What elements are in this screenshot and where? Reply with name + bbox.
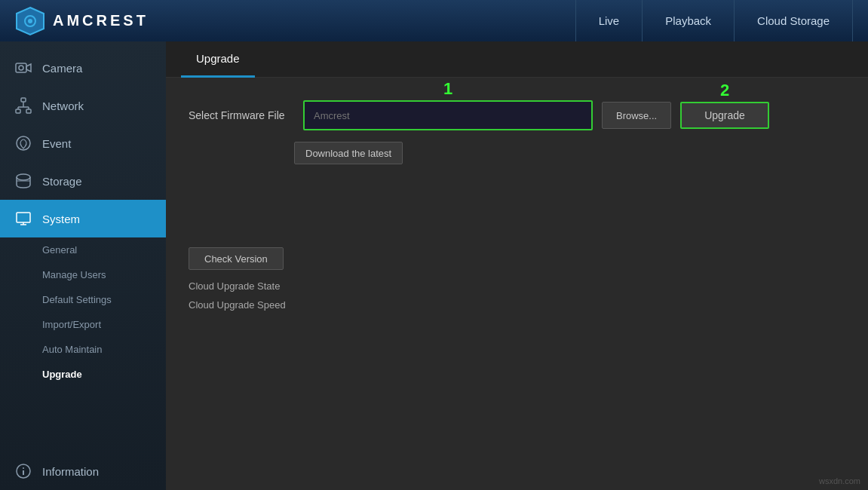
cloud-upgrade-speed-label: Cloud Upgrade Speed [189,299,286,311]
svg-point-14 [17,174,30,180]
sidebar-label-network: Network [42,100,84,112]
nav-playback[interactable]: Playback [643,0,735,41]
main-area: Camera Network [0,41,868,490]
sub-items: General Manage Users Default Settings Im… [0,237,166,387]
badge-1: 1 [443,79,452,99]
upgrade-btn-wrapper: 2 Upgrade [680,102,769,129]
sidebar-item-system[interactable]: System [0,200,166,237]
watermark: wsxdn.com [819,476,860,485]
firmware-label: Select Firmware File [189,109,294,121]
event-icon [15,135,32,152]
check-section: Check Version Cloud Upgrade State Cloud … [189,247,845,311]
svg-point-21 [23,467,24,469]
sidebar-item-network[interactable]: Network [0,87,166,124]
sidebar-item-camera[interactable]: Camera [0,49,166,87]
firmware-input-wrapper [303,100,593,130]
svg-point-5 [19,66,23,70]
sub-item-default-settings[interactable]: Default Settings [0,287,166,312]
sidebar: Camera Network [0,41,166,490]
sidebar-label-information: Information [42,465,99,478]
sidebar-label-event: Event [42,137,71,150]
sidebar-label-system: System [42,213,80,225]
cloud-upgrade-state-row: Cloud Upgrade State [189,280,845,292]
svg-marker-4 [26,64,31,72]
check-version-row: Check Version [189,247,845,280]
svg-rect-3 [16,63,26,72]
download-latest-button[interactable]: Download the latest [294,142,403,164]
sidebar-label-storage: Storage [42,175,82,188]
nav-links: Live Playback Cloud Storage [575,0,853,41]
sub-item-manage-users[interactable]: Manage Users [0,262,166,287]
svg-rect-7 [16,109,20,113]
sub-item-general[interactable]: General [0,237,166,262]
sidebar-label-camera: Camera [42,62,82,75]
system-icon [15,210,32,227]
svg-rect-6 [21,98,26,102]
nav-live[interactable]: Live [575,0,643,41]
firmware-input-container: 1 [303,100,593,130]
firmware-row: Select Firmware File 1 Browse... 2 Upgra… [189,100,845,130]
tab-upgrade[interactable]: Upgrade [181,41,255,78]
sidebar-item-information[interactable]: Information [0,452,166,490]
svg-rect-16 [17,213,30,222]
sub-item-auto-maintain[interactable]: Auto Maintain [0,337,166,362]
information-icon [15,463,32,479]
sub-item-upgrade[interactable]: Upgrade [0,362,166,387]
content-area: Upgrade Select Firmware File 1 Browse...… [166,41,868,490]
badge-2: 2 [720,81,729,100]
tab-bar: Upgrade [166,41,868,78]
logo-area: AMCREST [15,6,149,36]
amcrest-logo-icon [15,6,45,36]
cloud-upgrade-speed-row: Cloud Upgrade Speed [189,299,845,311]
browse-button[interactable]: Browse... [602,102,671,129]
storage-icon [15,173,32,189]
sub-item-import-export[interactable]: Import/Export [0,312,166,337]
firmware-input[interactable] [305,102,591,129]
upgrade-button[interactable]: Upgrade [680,102,769,129]
check-version-button[interactable]: Check Version [189,247,284,270]
network-icon [15,97,32,114]
page-content: Select Firmware File 1 Browse... 2 Upgra… [166,78,868,490]
top-nav: AMCREST Live Playback Cloud Storage [0,0,868,41]
download-row: Download the latest [189,142,845,164]
cloud-upgrade-state-label: Cloud Upgrade State [189,280,280,292]
logo-text: AMCREST [53,12,149,29]
nav-cloud-storage[interactable]: Cloud Storage [735,0,853,41]
svg-rect-8 [26,109,31,113]
sidebar-item-storage[interactable]: Storage [0,162,166,200]
svg-point-2 [28,19,32,23]
sidebar-item-event[interactable]: Event [0,124,166,162]
camera-icon [15,60,32,76]
